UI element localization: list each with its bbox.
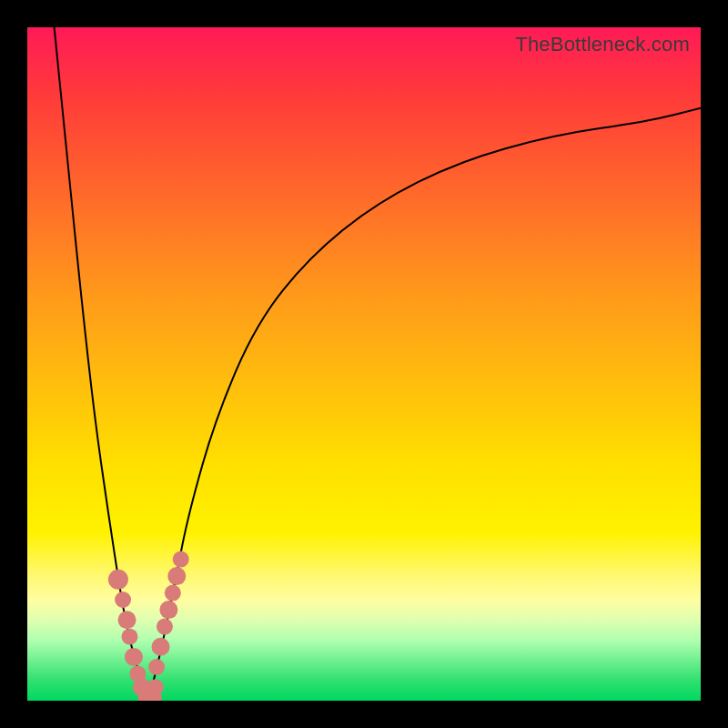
data-point xyxy=(125,648,143,666)
data-point xyxy=(108,570,128,590)
plot-area: TheBottleneck.com xyxy=(27,27,701,701)
series-right-branch xyxy=(148,108,701,701)
data-point xyxy=(165,585,181,602)
data-point xyxy=(148,659,165,675)
data-point xyxy=(159,601,177,619)
data-point xyxy=(115,592,131,608)
data-point xyxy=(118,611,136,629)
data-point xyxy=(167,567,186,585)
data-point xyxy=(147,679,164,695)
curve-svg xyxy=(27,27,701,701)
series-left-branch xyxy=(55,27,149,701)
data-point xyxy=(121,629,137,645)
chart-frame: TheBottleneck.com xyxy=(0,0,728,728)
data-point xyxy=(173,551,189,568)
curve-lines xyxy=(55,27,701,701)
data-point xyxy=(152,638,170,656)
scatter-dots xyxy=(108,551,189,701)
data-point xyxy=(157,619,173,635)
